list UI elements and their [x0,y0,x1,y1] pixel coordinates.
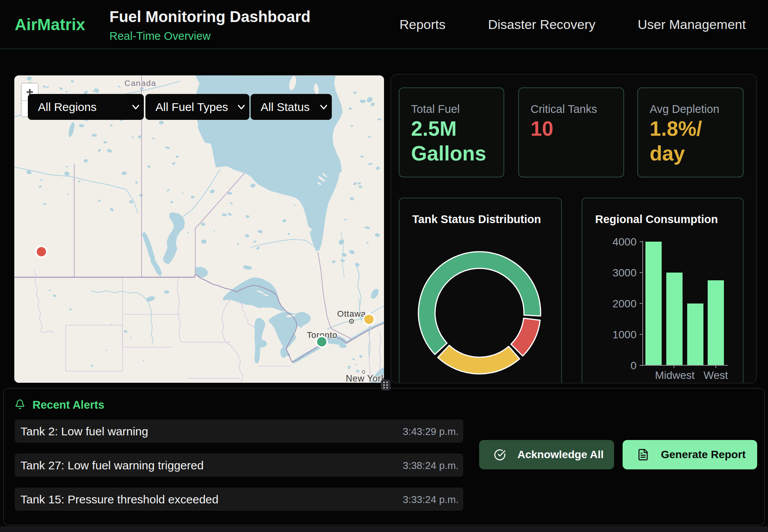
svg-text:0: 0 [630,360,637,372]
svg-text:4000: 4000 [613,236,637,248]
svg-text:2000: 2000 [613,298,637,310]
svg-text:3000: 3000 [613,267,637,279]
svg-text:1000: 1000 [613,329,637,341]
svg-text:West: West [703,369,728,381]
svg-text:New York: New York [346,373,384,383]
svg-text:Ottawa: Ottawa [337,309,366,319]
svg-text:Midwest: Midwest [655,369,695,381]
svg-text:Canada: Canada [125,78,157,87]
